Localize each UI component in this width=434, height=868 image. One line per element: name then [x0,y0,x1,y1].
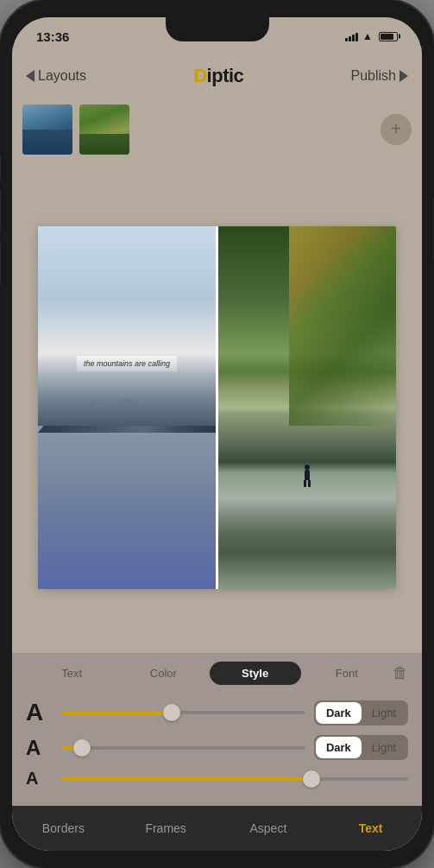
bottom-panel: Text Color Style Font 🗑 A [12,653,422,851]
letter-a-medium: A [26,736,53,760]
phone-frame: 13:36 ▲ Layouts Diptic [0,0,434,868]
tab-color-label: Color [150,667,177,680]
slider-1-fill [62,711,172,714]
hiker-figure [304,470,311,487]
hiker-leg-left [304,480,306,487]
slider-1-track[interactable] [62,711,305,714]
signal-icon [345,31,358,41]
toggle-1-dark[interactable]: Dark [316,702,362,724]
app-title: Diptic [193,65,243,87]
nav-aspect-label: Aspect [249,821,286,835]
letter-a-small: A [26,769,53,789]
tab-text-label: Text [61,667,82,680]
collage-frame: the mountains are calling [38,226,396,589]
volume-down-button[interactable] [0,242,1,285]
signal-bar-1 [345,38,348,41]
back-label: Layouts [38,68,86,84]
text-overlay[interactable]: the mountains are calling [77,356,177,371]
nav-borders[interactable]: Borders [12,806,115,851]
tab-style-label: Style [242,667,268,680]
thumbnail-strip: + [12,97,422,162]
right-photo [218,226,396,589]
left-photo: the mountains are calling [38,226,216,589]
phone-screen: 13:36 ▲ Layouts Diptic [12,17,422,851]
signal-bar-2 [349,36,351,41]
canvas-area: the mountains are calling [12,162,422,653]
tab-font-label: Font [336,667,358,680]
slider-1-thumb[interactable] [163,704,180,721]
style-controls: A Dark Light A [12,690,422,806]
text-overlay-content: the mountains are calling [84,359,170,368]
nav-borders-label: Borders [42,821,85,835]
app-title-d: D [193,65,206,86]
toggle-2-dark[interactable]: Dark [316,737,362,758]
volume-up-button[interactable] [0,190,1,233]
publish-chevron-icon [399,70,408,82]
publish-button[interactable]: Publish [351,68,408,84]
bottom-nav: Borders Frames Aspect Text [12,806,422,851]
wifi-icon: ▲ [362,30,373,42]
control-row-2: A Dark Light [26,735,408,760]
tab-text[interactable]: Text [26,662,117,685]
signal-bar-3 [352,35,355,41]
back-chevron-icon [26,70,35,82]
control-row-1: A Dark Light [26,699,408,726]
toggle-2: Dark Light [316,737,406,758]
nav-bar: Layouts Diptic Publish [12,55,422,97]
status-time: 13:36 [36,29,69,44]
thumbnail-2[interactable] [79,105,129,155]
tab-font[interactable]: Font [301,662,393,685]
toggle-2-light[interactable]: Light [362,737,406,758]
volume-mute-button[interactable] [0,155,1,181]
app-title-rest: iptic [207,65,244,86]
control-row-3: A [26,769,408,789]
trash-icon: 🗑 [393,664,408,681]
toggle-1: Dark Light [316,702,406,724]
slider-3-fill [62,777,311,781]
notch [166,17,269,41]
publish-label: Publish [351,68,396,84]
battery-icon [379,32,398,41]
signal-bar-4 [355,33,358,41]
add-photo-icon: + [391,119,401,139]
status-icons: ▲ [345,30,398,42]
hiker-leg-right [308,480,311,487]
thumbnail-1[interactable] [22,105,72,155]
battery-fill [381,34,393,40]
add-photo-button[interactable]: + [381,114,412,145]
slider-3-track[interactable] [62,777,408,781]
hiker-legs [304,480,311,487]
letter-a-large: A [26,699,53,726]
tab-color[interactable]: Color [117,662,209,685]
nav-frames-label: Frames [145,821,186,835]
slider-3-thumb[interactable] [303,770,320,788]
hiker-body [305,470,310,480]
nav-text-label: Text [359,821,383,835]
toggle-2-wrapper: Dark Light [314,735,408,760]
toggle-1-light[interactable]: Light [362,702,406,724]
nav-text[interactable]: Text [319,806,422,851]
nav-frames[interactable]: Frames [115,806,217,851]
tab-style[interactable]: Style [210,662,301,685]
slider-2-track[interactable] [62,746,305,750]
mountain-silhouette [38,390,216,433]
style-tab-strip: Text Color Style Font 🗑 [12,653,422,690]
collage-panel-right[interactable] [218,226,396,589]
collage-panel-left[interactable]: the mountains are calling [38,226,216,589]
back-button[interactable]: Layouts [26,68,86,84]
toggle-1-wrapper: Dark Light [314,700,408,725]
delete-button[interactable]: 🗑 [393,664,408,682]
nav-aspect[interactable]: Aspect [217,806,320,851]
slider-2-thumb[interactable] [73,739,91,757]
